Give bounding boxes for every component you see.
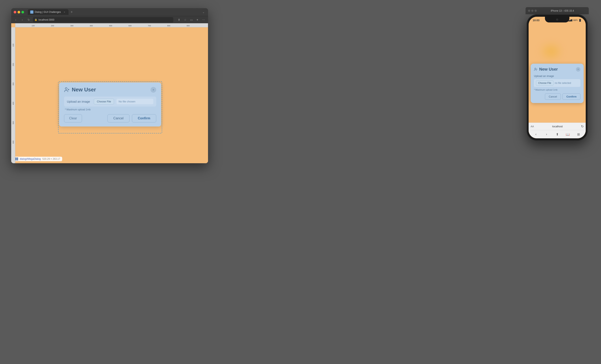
sidebar-icon: ▭ (190, 18, 193, 21)
iphone-time: 10:03 (533, 19, 539, 22)
back-icon: ‹ (15, 18, 16, 21)
iphone-address-bar[interactable]: AA localhost ↻ (531, 123, 584, 130)
fullscreen-window-button[interactable] (21, 11, 24, 13)
ruler-mark-300v: 300 (12, 82, 14, 85)
clear-button[interactable]: Clear (64, 114, 82, 122)
mobile-upload-label: Upload an image (534, 74, 581, 78)
wifi-icon: WiFi (573, 19, 578, 21)
iphone-traffic-lights (528, 10, 537, 12)
iphone-nav-bar: ‹ › ⬆ 📖 ⊞ (531, 130, 584, 138)
iphone-home-indicator (547, 138, 567, 139)
forward-icon: › (22, 18, 23, 21)
iphone-aa-label[interactable]: AA (531, 125, 534, 128)
address-text: localhost:3000 (39, 18, 54, 21)
button-group: Cancel Confirm (108, 114, 156, 122)
tab-bar: ⬡ Dialog | GUI Challenges × + (28, 9, 200, 15)
iphone-back-button[interactable]: ‹ (533, 132, 538, 137)
ruler-mark-100: 100 (32, 25, 35, 27)
sidebar-button[interactable]: ▭ (189, 17, 194, 22)
ruler-mark-200v: 200 (12, 63, 14, 66)
mobile-file-row: Choose File no file selected (534, 79, 581, 87)
mobile-choose-file-button[interactable]: Choose File (536, 81, 553, 86)
back-button[interactable]: ‹ (13, 17, 18, 22)
grid-cell (15, 159, 17, 161)
grid-cell (17, 159, 18, 161)
share-icon: ⬆ (178, 18, 180, 21)
tab-title: Dialog | GUI Challenges (35, 10, 62, 13)
ruler-mark-600: 600 (129, 25, 131, 27)
forward-button[interactable]: › (20, 17, 25, 22)
tab-favicon: ⬡ (30, 10, 33, 14)
ruler-mark-500: 500 (109, 25, 112, 27)
ruler-mark-800: 800 (167, 25, 170, 27)
iphone-fullscreen-button[interactable] (534, 10, 537, 12)
cancel-button[interactable]: Cancel (108, 114, 130, 122)
ruler-mark-600v: 600 (12, 141, 14, 144)
close-window-button[interactable] (14, 11, 16, 13)
browser-content: 100 200 300 400 500 600 700 800 900 100 … (11, 23, 208, 163)
choose-file-button[interactable]: Choose File (94, 99, 114, 104)
dialog-body: Upload an image Choose File No file chos… (64, 97, 156, 111)
svg-point-3 (535, 68, 536, 69)
mobile-confirm-button[interactable]: Confirm (562, 93, 581, 100)
dialog-close-button[interactable]: × (150, 87, 156, 93)
ruler-mark-700: 700 (148, 25, 151, 27)
iphone-share-button[interactable]: ⬆ (555, 132, 560, 137)
iphone-device: 10:03 ▂▄▆ WiFi ▐▌ (527, 14, 588, 141)
lock-icon: 🔒 (34, 18, 37, 21)
no-file-text: No file chosen (116, 99, 153, 104)
grid-cell (15, 158, 17, 159)
iphone-refresh-icon[interactable]: ↻ (581, 124, 584, 128)
iphone-notch (545, 17, 569, 22)
browser-toolbar: ‹ › ↻ 🔒 localhost:3000 ⬆ ☆ ▭ ✦ ⋯ (11, 16, 208, 23)
iphone-close-button[interactable] (528, 10, 530, 12)
iphone-window-title: iPhone 13 – iOS 15.4 (538, 9, 586, 12)
more-icon: ⋯ (202, 18, 205, 21)
traffic-lights (14, 11, 24, 13)
upload-hint: * Maximum upload 1mb (64, 108, 156, 111)
minimize-window-button[interactable] (18, 11, 20, 13)
ruler-mark-400: 400 (90, 25, 93, 27)
more-button[interactable]: ⋯ (201, 17, 206, 22)
ruler-mark-900: 900 (187, 25, 190, 27)
mobile-user-plus-icon (534, 68, 538, 71)
iphone-titlebar: iPhone 13 – iOS 15.4 (526, 7, 589, 14)
ruler-mark-300: 300 (70, 25, 73, 27)
refresh-button[interactable]: ↻ (26, 17, 31, 22)
mobile-close-button[interactable]: × (576, 67, 581, 72)
iphone-bookmarks-button[interactable]: 📖 (565, 132, 570, 137)
browser-titlebar: ⬡ Dialog | GUI Challenges × + ⌄ (11, 8, 208, 16)
mobile-upload-hint: * Maximum upload 1mb (534, 89, 581, 91)
mobile-dialog: New User × Upload an image Choose File n… (531, 64, 584, 103)
extensions-button[interactable]: ✦ (195, 17, 200, 22)
bookmark-button[interactable]: ☆ (183, 17, 188, 22)
iphone-blur-decoration (539, 41, 563, 62)
new-tab-button[interactable]: + (69, 10, 74, 14)
share-button[interactable]: ⬆ (177, 17, 181, 22)
ruler-mark-100v: 100 (12, 44, 14, 47)
mobile-cancel-button[interactable]: Cancel (545, 93, 561, 100)
iphone-container: iPhone 13 – iOS 15.4 10:03 ▂▄▆ WiFi ▐▌ (526, 7, 589, 141)
iphone-tabs-button[interactable]: ⊞ (576, 132, 581, 137)
mobile-title-group: New User (534, 67, 558, 72)
mobile-dialog-actions: Cancel Confirm (534, 93, 581, 100)
mobile-no-file-text: no file selected (555, 82, 571, 84)
bookmark-icon: ☆ (184, 18, 187, 21)
iphone-minimize-button[interactable] (531, 10, 533, 12)
confirm-button[interactable]: Confirm (132, 114, 156, 122)
iphone-forward-button[interactable]: › (544, 132, 549, 137)
iphone-address-text: localhost (536, 125, 579, 128)
dialog-title-group: New User (64, 87, 96, 93)
status-bar: dialog#MegaDialog 520.29 × 263.17 (13, 157, 62, 161)
user-plus-icon (64, 87, 70, 93)
main-dialog: New User × Upload an image Choose File N… (59, 82, 161, 127)
browser-tab[interactable]: ⬡ Dialog | GUI Challenges × (28, 9, 69, 15)
tab-close-button[interactable]: × (63, 10, 66, 14)
upload-label: Upload an image (67, 100, 91, 103)
address-bar[interactable]: 🔒 localhost:3000 (33, 17, 173, 22)
tab-dropdown-button[interactable]: ⌄ (201, 10, 206, 14)
grid-icon (15, 158, 18, 160)
ruler-top: 100 200 300 400 500 600 700 800 900 (15, 23, 208, 27)
svg-point-0 (65, 88, 67, 89)
ruler-mark-200: 200 (51, 25, 54, 27)
